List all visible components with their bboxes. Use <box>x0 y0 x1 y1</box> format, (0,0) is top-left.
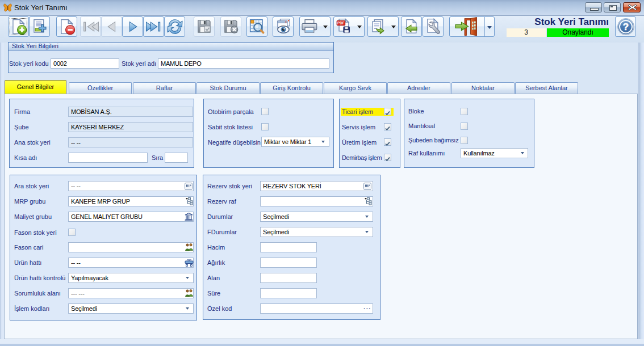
svg-text:PDF: PDF <box>337 21 345 25</box>
svg-text:?: ? <box>622 22 628 32</box>
